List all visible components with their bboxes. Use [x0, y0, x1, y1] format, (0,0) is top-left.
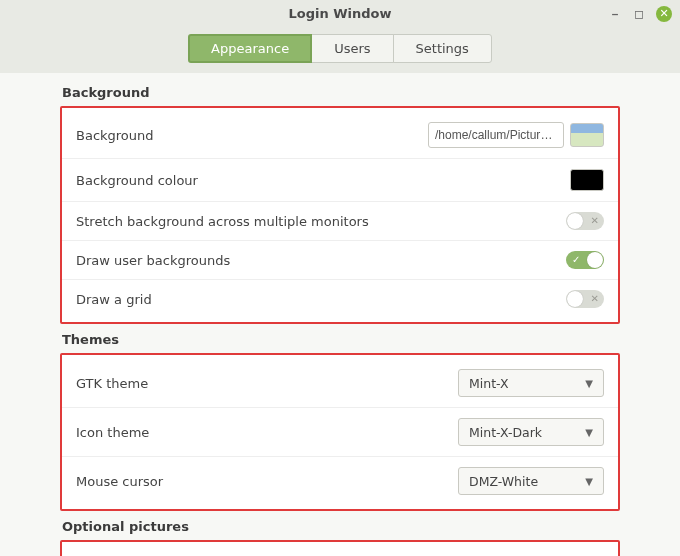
label-draw-grid: Draw a grid	[76, 292, 152, 307]
titlebar: Login Window － ◻ ✕	[0, 0, 680, 28]
row-icon-theme: Icon theme Mint-X-Dark ▼	[62, 407, 618, 456]
section-title-optional: Optional pictures	[62, 519, 620, 534]
label-background-colour: Background colour	[76, 173, 198, 188]
row-background: Background	[62, 112, 618, 158]
toggle-knob	[587, 252, 603, 268]
draw-grid-toggle[interactable]: ✕	[566, 290, 604, 308]
panel-background: Background Background colour Stretch bac…	[60, 106, 620, 324]
background-path-input[interactable]	[428, 122, 564, 148]
close-button[interactable]: ✕	[656, 6, 672, 22]
window-title: Login Window	[288, 6, 391, 21]
background-browse-button[interactable]	[570, 123, 604, 147]
row-mouse-cursor: Mouse cursor DMZ-White ▼	[62, 456, 618, 505]
tab-users[interactable]: Users	[311, 34, 393, 63]
draw-user-bg-toggle[interactable]: ✓	[566, 251, 604, 269]
row-draw-grid: Draw a grid ✕	[62, 279, 618, 318]
toggle-off-icon: ✕	[591, 291, 599, 307]
maximize-button[interactable]: ◻	[632, 7, 646, 21]
mouse-cursor-value: DMZ-White	[469, 474, 538, 489]
label-icon-theme: Icon theme	[76, 425, 149, 440]
panel-themes: GTK theme Mint-X ▼ Icon theme Mint-X-Dar…	[60, 353, 620, 511]
toggle-off-icon: ✕	[591, 213, 599, 229]
tab-appearance[interactable]: Appearance	[188, 34, 312, 63]
chevron-down-icon: ▼	[585, 476, 593, 487]
row-stretch: Stretch background across multiple monit…	[62, 201, 618, 240]
icon-theme-value: Mint-X-Dark	[469, 425, 542, 440]
label-mouse-cursor: Mouse cursor	[76, 474, 163, 489]
chevron-down-icon: ▼	[585, 378, 593, 389]
content-area: Background Background Background colour …	[0, 73, 680, 556]
minimize-button[interactable]: －	[608, 7, 622, 21]
tab-bar: Appearance Users Settings	[0, 28, 680, 73]
row-draw-user-bg: Draw user backgrounds ✓	[62, 240, 618, 279]
toggle-knob	[567, 213, 583, 229]
icon-theme-select[interactable]: Mint-X-Dark ▼	[458, 418, 604, 446]
section-title-themes: Themes	[62, 332, 620, 347]
label-gtk-theme: GTK theme	[76, 376, 148, 391]
gtk-theme-value: Mint-X	[469, 376, 509, 391]
panel-optional: Other monitors Bottom left	[60, 540, 620, 556]
tab-settings[interactable]: Settings	[393, 34, 492, 63]
window-controls: － ◻ ✕	[608, 0, 672, 28]
label-background: Background	[76, 128, 154, 143]
toggle-knob	[567, 291, 583, 307]
toggle-on-icon: ✓	[572, 252, 580, 268]
chevron-down-icon: ▼	[585, 427, 593, 438]
background-colour-swatch[interactable]	[570, 169, 604, 191]
row-other-monitors: Other monitors	[62, 546, 618, 556]
row-gtk-theme: GTK theme Mint-X ▼	[62, 359, 618, 407]
label-stretch: Stretch background across multiple monit…	[76, 214, 369, 229]
mouse-cursor-select[interactable]: DMZ-White ▼	[458, 467, 604, 495]
stretch-toggle[interactable]: ✕	[566, 212, 604, 230]
label-draw-user-bg: Draw user backgrounds	[76, 253, 230, 268]
row-background-colour: Background colour	[62, 158, 618, 201]
gtk-theme-select[interactable]: Mint-X ▼	[458, 369, 604, 397]
section-title-background: Background	[62, 85, 620, 100]
